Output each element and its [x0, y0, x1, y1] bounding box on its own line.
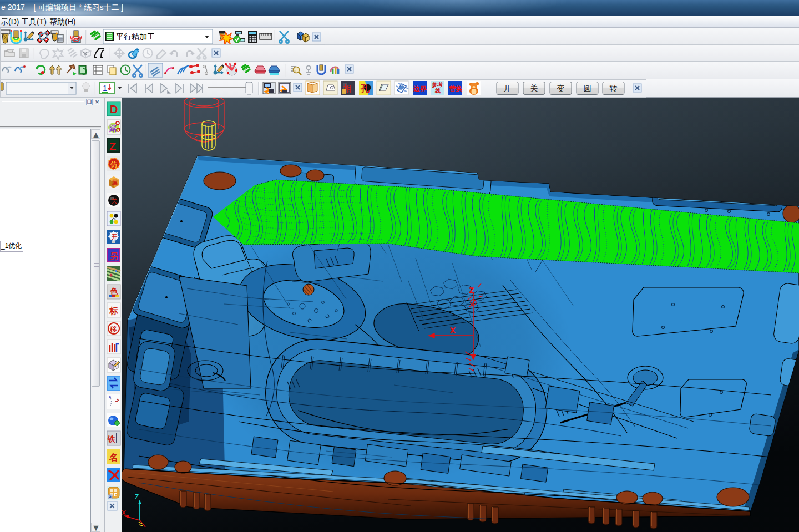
svg-text:铁: 铁 [107, 434, 115, 443]
svg-text:Z: Z [109, 140, 116, 153]
svg-text:属: 属 [111, 179, 118, 186]
svg-text:参考: 参考 [431, 82, 443, 88]
svg-text:线: 线 [434, 88, 441, 94]
svg-text:圆: 圆 [584, 84, 591, 93]
svg-text:关: 关 [530, 84, 538, 93]
svg-text:仿: 仿 [110, 160, 118, 168]
svg-text:变: 变 [557, 84, 565, 93]
svg-text:名: 名 [109, 453, 118, 462]
svg-text:关: 关 [111, 197, 117, 204]
svg-text:转: 转 [610, 84, 618, 93]
svg-text:孔: 孔 [360, 84, 370, 93]
svg-text:Z: Z [469, 286, 474, 295]
svg-text:平行精加工: 平行精加工 [116, 32, 155, 41]
svg-text:1: 1 [103, 83, 107, 93]
svg-text:D: D [110, 103, 118, 115]
svg-text:开: 开 [112, 234, 118, 240]
svg-text:开: 开 [504, 84, 512, 93]
svg-text:X: X [451, 327, 455, 335]
svg-text:Z: Z [135, 493, 139, 501]
svg-text:另: 另 [110, 251, 118, 261]
svg-text:标: 标 [109, 306, 118, 316]
svg-text:X: X [122, 509, 126, 517]
svg-text:边界: 边界 [413, 85, 427, 93]
svg-text:色: 色 [109, 287, 118, 296]
svg-text:替换: 替换 [448, 85, 462, 93]
svg-text:移: 移 [109, 325, 117, 333]
